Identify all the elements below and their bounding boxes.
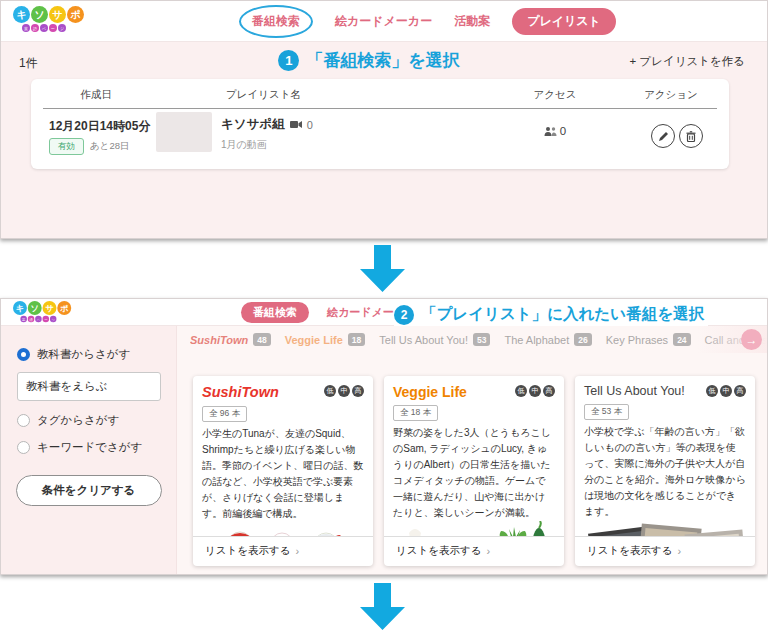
nav-playlist[interactable]: プレイリスト [512, 8, 616, 35]
playlist-table: 作成日 プレイリスト名 アクセス アクション 12月20日14時05分 有効 あ… [31, 79, 729, 169]
chevron-right-icon: › [486, 545, 490, 557]
video-count: 0 [307, 119, 313, 131]
down-arrow-icon [360, 245, 405, 292]
episode-count-badge: 全 53 本 [584, 404, 629, 420]
down-arrow-bottom-icon [360, 583, 405, 630]
sushitown-characters-illustration [202, 522, 364, 536]
grade-level-badges: 低 中 高 [324, 385, 364, 397]
radio-icon[interactable] [17, 414, 30, 427]
count-badge: 26 [574, 333, 591, 346]
col-header-playlist-name: プレイリスト名 [226, 88, 301, 102]
panel2-header: キ ソ サ ポ 英 語 ペ ー ジ 番組検索 絵カードメーカー 2 [1, 299, 767, 326]
veggie-characters-illustration [393, 521, 555, 536]
program-results-area: SushiTown 48 Veggie Life 18 Tell Us Abou… [177, 326, 767, 574]
program-tab-strip: SushiTown 48 Veggie Life 18 Tell Us Abou… [177, 326, 767, 353]
chevron-right-icon: › [677, 545, 681, 557]
tab-sushitown[interactable]: SushiTown 48 [190, 333, 271, 346]
panel1-header: キ ソ サ ポ 英 語 ペ ー ジ 番組検索 絵カードメーカー 活動案 プレイリ… [1, 1, 767, 42]
radio-search-by-textbook[interactable]: 教科書からさがす [1, 341, 176, 368]
annotation-step1: 1 「番組検索」を選択 [1, 49, 737, 72]
status-badge: 有効 [49, 138, 84, 155]
program-search-screen: キ ソ サ ポ 英 語 ペ ー ジ 番組検索 絵カードメーカー 2 [0, 298, 768, 575]
search-sidebar: 教科書からさがす 教科書をえらぶ タグからさがす キーワードでさがす 条件をクリ… [1, 326, 177, 574]
scroll-right-button[interactable]: → [741, 329, 762, 350]
playlist-thumbnail [156, 112, 212, 152]
tab-the-alphabet[interactable]: The Alphabet 26 [504, 333, 591, 346]
program-card-tell-us-about-you[interactable]: Tell Us About You! 低 中 高 全 53 本 小学校で学ぶ「年… [575, 376, 755, 566]
radio-search-by-tag[interactable]: タグからさがす [1, 407, 176, 434]
trash-icon [686, 131, 696, 142]
count-badge: 48 [253, 333, 270, 346]
radio-search-by-keyword[interactable]: キーワードでさがす [1, 434, 176, 461]
created-date: 12月20日14時05分 [49, 118, 150, 135]
step1-text: 「番組検索」を選択 [306, 49, 459, 72]
nav-activity-plan[interactable]: 活動案 [454, 13, 490, 30]
program-card-veggie-life[interactable]: Veggie Life 低 中 高 全 18 本 野菜の姿をした3人（とうもろこ… [384, 376, 564, 566]
chevron-right-icon: › [295, 545, 299, 557]
logo-sub-circles: 英 語 ペ ー ジ [22, 24, 84, 32]
card-description: 小学生のTunaが、友達のSquid、Shrimpたちと繰り広げる楽しい物語。季… [202, 426, 364, 522]
tutorial-page: キ ソ サ ポ 英 語 ペ ー ジ 番組検索 絵カードメーカー 活動案 プレイリ… [0, 0, 768, 633]
pencil-icon [658, 131, 669, 142]
episode-count-badge: 全 18 本 [393, 405, 438, 421]
tab-veggie-life[interactable]: Veggie Life 18 [285, 333, 366, 346]
card-description: 小学校で学ぶ「年齢の言い方」「欲しいものの言い方」等の表現を使って、実際に海外の… [584, 424, 746, 520]
photo-thumbnails-illustration [584, 520, 746, 536]
logo-circle: サ [49, 6, 66, 23]
table-header-divider [43, 108, 717, 109]
step2-text: 「プレイリスト」に入れたい番組を選択 [421, 304, 704, 325]
kisosapo-logo[interactable]: キ ソ サ ポ 英 語 ペ ー ジ [13, 6, 84, 32]
kisosapo-logo[interactable]: キ ソ サ ポ 英 語 ペ ー ジ [13, 301, 71, 322]
step2-number-badge: 2 [394, 305, 414, 325]
program-card-sushitown[interactable]: SushiTown 低 中 高 全 96 本 小学生のTunaが、友達のSqui… [193, 376, 373, 566]
show-list-link[interactable]: リストを表示する › [193, 536, 373, 566]
nav-program-search-active[interactable]: 番組検索 [241, 302, 309, 323]
clear-conditions-button[interactable]: 条件をクリアする [16, 475, 162, 506]
create-playlist-link[interactable]: + プレイリストを作る [629, 54, 745, 69]
col-header-created: 作成日 [41, 88, 151, 102]
logo-circle: キ [13, 6, 30, 23]
show-list-link[interactable]: リストを表示する › [384, 536, 564, 566]
step1-number-badge: 1 [278, 50, 299, 71]
card-title: SushiTown [202, 385, 279, 401]
count-badge: 24 [673, 333, 690, 346]
edit-button[interactable] [651, 124, 675, 148]
grade-level-badges: 低 中 高 [515, 385, 555, 397]
count-badge: 18 [348, 333, 365, 346]
panel1-nav: 番組検索 絵カードメーカー 活動案 プレイリスト [239, 1, 616, 42]
textbook-select[interactable]: 教科書をえらぶ [17, 372, 161, 401]
days-remaining: あと28日 [90, 140, 130, 153]
nav-card-maker[interactable]: 絵カードメーカー [335, 13, 432, 30]
card-title: Veggie Life [393, 385, 467, 400]
radio-selected-icon[interactable] [17, 348, 30, 361]
panel2-nav: 番組検索 絵カードメーカー [241, 299, 416, 326]
col-header-action: アクション [621, 88, 721, 102]
logo-circle: ソ [31, 6, 48, 23]
card-description: 野菜の姿をした3人（とうもろこしのSam, ラディッシュのLucy, きゅうりの… [393, 425, 555, 521]
playlist-name[interactable]: キソサポ組 [221, 116, 285, 133]
count-badge: 53 [473, 333, 490, 346]
access-count: 0 [560, 125, 566, 137]
program-cards: SushiTown 低 中 高 全 96 本 小学生のTunaが、友達のSqui… [193, 376, 755, 566]
nav-program-search[interactable]: 番組検索 [239, 5, 313, 38]
show-list-link[interactable]: リストを表示する › [575, 536, 755, 566]
people-icon [544, 126, 557, 136]
tab-tell-us-about-you[interactable]: Tell Us About You! 53 [379, 333, 490, 346]
tab-key-phrases[interactable]: Key Phrases 24 [606, 333, 691, 346]
card-title: Tell Us About You! [584, 385, 685, 399]
logo-circle: ポ [67, 6, 84, 23]
episode-count-badge: 全 96 本 [202, 406, 247, 422]
grade-level-badges: 低 中 高 [706, 385, 746, 397]
logo-main-circles: キ ソ サ ポ [13, 6, 84, 23]
col-header-access: アクセス [525, 88, 585, 102]
radio-icon[interactable] [17, 441, 30, 454]
playlist-subtitle: 1月の動画 [221, 138, 313, 152]
video-camera-icon [290, 120, 302, 129]
annotation-step2: 2 「プレイリスト」に入れたい番組を選択 [394, 302, 708, 327]
playlist-screen: キ ソ サ ポ 英 語 ペ ー ジ 番組検索 絵カードメーカー 活動案 プレイリ… [0, 0, 768, 239]
delete-button[interactable] [679, 124, 703, 148]
